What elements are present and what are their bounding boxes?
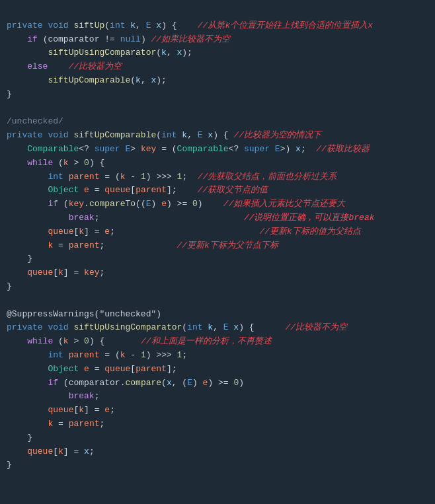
param-x: x — [156, 20, 161, 30]
keyword-if2: if — [48, 199, 58, 209]
keyword-if3: if — [48, 378, 58, 388]
comment-11: //更新k下标为父节点下标 — [177, 240, 278, 250]
method-siftupcomparable-call: siftUpComparable — [48, 75, 130, 85]
comment-9: //说明位置正确，可以直接break — [244, 213, 375, 223]
code-viewer: private void siftUp(int k, E x) { //从第k个… — [0, 0, 435, 478]
method-siftupcomparable: siftUpComparable — [73, 130, 156, 140]
keyword-int2: int — [48, 172, 63, 182]
keyword-if: if — [27, 34, 38, 44]
comment-3: //比较器为空 — [69, 61, 122, 71]
keyword-else: else — [27, 61, 48, 71]
keyword-int: int — [110, 20, 125, 30]
keyword-int3: int — [48, 350, 63, 360]
method-siftup: siftUp — [73, 20, 104, 30]
var-queue: queue — [104, 185, 130, 195]
keyword-void3: void — [48, 322, 68, 332]
var-e2: e — [84, 364, 89, 374]
var-parent: parent — [69, 172, 100, 182]
method-siftupusingcomparator-call: siftUpUsingComparator — [48, 48, 156, 57]
comment-5: //获取比较器 — [316, 144, 370, 154]
comment-12: //比较器不为空 — [285, 322, 347, 332]
keyword-while2: while — [27, 336, 53, 346]
param-k: k — [130, 20, 136, 30]
annotation-suppresswarnings: @SuppressWarnings("unchecked") — [7, 309, 161, 319]
var-key: key — [141, 144, 156, 154]
comment-7: //获取父节点的值 — [198, 185, 268, 195]
keyword-while: while — [27, 158, 53, 168]
method-siftupusingcomparator: siftUpUsingComparator — [73, 322, 182, 332]
keyword-void: void — [48, 20, 68, 30]
comment-8: //如果插入元素比父节点还要大 — [223, 199, 346, 209]
keyword-break2: break — [69, 391, 95, 401]
comment-1: //从第k个位置开始往上找到合适的位置插入x — [198, 20, 373, 30]
keyword-e: E — [146, 20, 151, 30]
keyword-break: break — [69, 213, 95, 223]
var-parent2: parent — [69, 350, 100, 360]
var-e: e — [84, 185, 89, 195]
var-queue2: queue — [104, 364, 130, 374]
comment-13: //和上面是一样的分析，不再赘述 — [141, 336, 272, 346]
comment-10: //更新k下标的值为父结点 — [259, 227, 360, 236]
comment-6: //先获取父结点，前面也分析过关系 — [198, 172, 337, 182]
class-comparable: Comparable — [27, 144, 79, 154]
keyword-void2: void — [48, 130, 68, 140]
comment-2: //如果比较器不为空 — [151, 34, 231, 44]
keyword-private3: private — [7, 322, 43, 332]
keyword-private2: private — [7, 130, 43, 140]
unchecked-tag: /unchecked/ — [7, 116, 63, 126]
comment-4: //比较器为空的情况下 — [233, 130, 321, 140]
keyword-private: private — [7, 20, 43, 30]
